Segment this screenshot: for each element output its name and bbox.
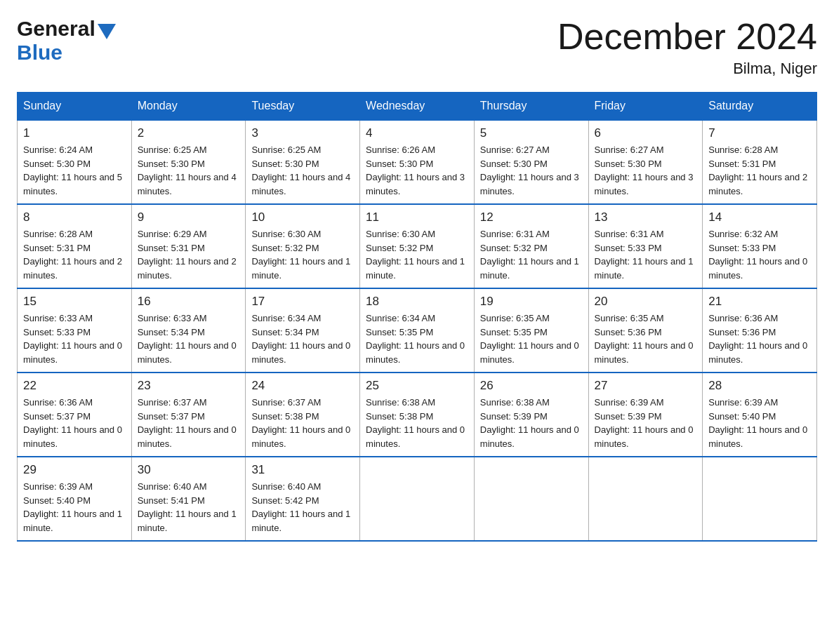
calendar-cell: 3Sunrise: 6:25 AMSunset: 5:30 PMDaylight… xyxy=(246,120,360,204)
day-info: Sunrise: 6:40 AMSunset: 5:41 PMDaylight:… xyxy=(138,480,240,535)
day-info: Sunrise: 6:25 AMSunset: 5:30 PMDaylight:… xyxy=(251,143,354,198)
day-number: 6 xyxy=(595,126,697,140)
day-info: Sunrise: 6:24 AMSunset: 5:30 PMDaylight:… xyxy=(23,143,126,198)
day-number: 23 xyxy=(138,379,240,393)
day-info: Sunrise: 6:39 AMSunset: 5:39 PMDaylight:… xyxy=(595,396,697,450)
header-saturday: Saturday xyxy=(703,93,817,121)
day-number: 17 xyxy=(251,295,354,309)
day-info: Sunrise: 6:30 AMSunset: 5:32 PMDaylight:… xyxy=(366,227,468,282)
header-sunday: Sunday xyxy=(18,93,132,121)
calendar-cell: 15Sunrise: 6:33 AMSunset: 5:33 PMDayligh… xyxy=(18,288,132,373)
week-row-2: 8Sunrise: 6:28 AMSunset: 5:31 PMDaylight… xyxy=(18,204,817,288)
day-number: 20 xyxy=(595,295,697,309)
calendar-cell: 28Sunrise: 6:39 AMSunset: 5:40 PMDayligh… xyxy=(703,373,817,457)
day-number: 3 xyxy=(251,126,354,140)
calendar-cell: 24Sunrise: 6:37 AMSunset: 5:38 PMDayligh… xyxy=(246,373,360,457)
day-info: Sunrise: 6:35 AMSunset: 5:35 PMDaylight:… xyxy=(480,311,583,366)
calendar-cell xyxy=(474,457,588,541)
week-row-1: 1Sunrise: 6:24 AMSunset: 5:30 PMDaylight… xyxy=(18,120,817,204)
calendar-cell: 21Sunrise: 6:36 AMSunset: 5:36 PMDayligh… xyxy=(703,288,817,373)
calendar-cell: 18Sunrise: 6:34 AMSunset: 5:35 PMDayligh… xyxy=(360,288,475,373)
month-year-title: December 2024 xyxy=(557,17,817,57)
day-info: Sunrise: 6:39 AMSunset: 5:40 PMDaylight:… xyxy=(708,396,811,450)
day-number: 11 xyxy=(366,210,468,224)
day-info: Sunrise: 6:27 AMSunset: 5:30 PMDaylight:… xyxy=(480,143,583,198)
day-number: 10 xyxy=(251,210,354,224)
week-row-4: 22Sunrise: 6:36 AMSunset: 5:37 PMDayligh… xyxy=(18,373,817,457)
day-info: Sunrise: 6:36 AMSunset: 5:37 PMDaylight:… xyxy=(23,396,126,450)
week-row-5: 29Sunrise: 6:39 AMSunset: 5:40 PMDayligh… xyxy=(18,457,817,541)
day-number: 16 xyxy=(138,295,240,309)
calendar-cell: 11Sunrise: 6:30 AMSunset: 5:32 PMDayligh… xyxy=(360,204,475,288)
calendar-cell xyxy=(360,457,475,541)
day-number: 24 xyxy=(251,379,354,393)
day-number: 12 xyxy=(480,210,583,224)
title-section: December 2024 Bilma, Niger xyxy=(557,17,817,78)
day-info: Sunrise: 6:36 AMSunset: 5:36 PMDaylight:… xyxy=(708,311,811,366)
calendar-cell: 30Sunrise: 6:40 AMSunset: 5:41 PMDayligh… xyxy=(131,457,246,541)
day-info: Sunrise: 6:32 AMSunset: 5:33 PMDaylight:… xyxy=(708,227,811,282)
day-number: 19 xyxy=(480,295,583,309)
calendar-cell: 5Sunrise: 6:27 AMSunset: 5:30 PMDaylight… xyxy=(474,120,588,204)
day-info: Sunrise: 6:37 AMSunset: 5:37 PMDaylight:… xyxy=(138,396,240,450)
day-info: Sunrise: 6:31 AMSunset: 5:32 PMDaylight:… xyxy=(480,227,583,282)
day-info: Sunrise: 6:27 AMSunset: 5:30 PMDaylight:… xyxy=(595,143,697,198)
day-number: 14 xyxy=(708,210,811,224)
logo-general: General xyxy=(17,17,95,41)
day-info: Sunrise: 6:30 AMSunset: 5:32 PMDaylight:… xyxy=(251,227,354,282)
day-info: Sunrise: 6:38 AMSunset: 5:39 PMDaylight:… xyxy=(480,396,583,450)
calendar-cell: 13Sunrise: 6:31 AMSunset: 5:33 PMDayligh… xyxy=(588,204,703,288)
day-number: 1 xyxy=(23,126,126,140)
day-number: 18 xyxy=(366,295,468,309)
day-info: Sunrise: 6:28 AMSunset: 5:31 PMDaylight:… xyxy=(708,143,811,198)
day-number: 5 xyxy=(480,126,583,140)
day-info: Sunrise: 6:39 AMSunset: 5:40 PMDaylight:… xyxy=(23,480,126,535)
day-number: 7 xyxy=(708,126,811,140)
day-info: Sunrise: 6:25 AMSunset: 5:30 PMDaylight:… xyxy=(138,143,240,198)
day-info: Sunrise: 6:31 AMSunset: 5:33 PMDaylight:… xyxy=(595,227,697,282)
day-info: Sunrise: 6:33 AMSunset: 5:33 PMDaylight:… xyxy=(23,311,126,366)
day-number: 28 xyxy=(708,379,811,393)
day-number: 29 xyxy=(23,463,126,477)
calendar-body: 1Sunrise: 6:24 AMSunset: 5:30 PMDaylight… xyxy=(18,120,817,541)
calendar-cell: 10Sunrise: 6:30 AMSunset: 5:32 PMDayligh… xyxy=(246,204,360,288)
day-info: Sunrise: 6:38 AMSunset: 5:38 PMDaylight:… xyxy=(366,396,468,450)
calendar-cell: 17Sunrise: 6:34 AMSunset: 5:34 PMDayligh… xyxy=(246,288,360,373)
header-tuesday: Tuesday xyxy=(246,93,360,121)
calendar-cell: 6Sunrise: 6:27 AMSunset: 5:30 PMDaylight… xyxy=(588,120,703,204)
day-number: 30 xyxy=(138,463,240,477)
calendar-cell: 16Sunrise: 6:33 AMSunset: 5:34 PMDayligh… xyxy=(131,288,246,373)
day-number: 22 xyxy=(23,379,126,393)
day-info: Sunrise: 6:34 AMSunset: 5:34 PMDaylight:… xyxy=(251,311,354,366)
header-thursday: Thursday xyxy=(474,93,588,121)
day-number: 27 xyxy=(595,379,697,393)
day-number: 4 xyxy=(366,126,468,140)
day-number: 2 xyxy=(138,126,240,140)
svg-marker-0 xyxy=(98,24,116,39)
calendar-cell: 12Sunrise: 6:31 AMSunset: 5:32 PMDayligh… xyxy=(474,204,588,288)
calendar-cell: 26Sunrise: 6:38 AMSunset: 5:39 PMDayligh… xyxy=(474,373,588,457)
calendar-cell: 27Sunrise: 6:39 AMSunset: 5:39 PMDayligh… xyxy=(588,373,703,457)
calendar-cell: 22Sunrise: 6:36 AMSunset: 5:37 PMDayligh… xyxy=(18,373,132,457)
calendar-cell: 8Sunrise: 6:28 AMSunset: 5:31 PMDaylight… xyxy=(18,204,132,288)
calendar-cell xyxy=(703,457,817,541)
day-info: Sunrise: 6:35 AMSunset: 5:36 PMDaylight:… xyxy=(595,311,697,366)
calendar-cell: 31Sunrise: 6:40 AMSunset: 5:42 PMDayligh… xyxy=(246,457,360,541)
calendar-header: SundayMondayTuesdayWednesdayThursdayFrid… xyxy=(18,93,817,121)
day-info: Sunrise: 6:37 AMSunset: 5:38 PMDaylight:… xyxy=(251,396,354,450)
page-header: General Blue December 2024 Bilma, Niger xyxy=(17,17,817,78)
calendar-cell: 1Sunrise: 6:24 AMSunset: 5:30 PMDaylight… xyxy=(18,120,132,204)
calendar-cell: 14Sunrise: 6:32 AMSunset: 5:33 PMDayligh… xyxy=(703,204,817,288)
header-friday: Friday xyxy=(588,93,703,121)
calendar-cell: 2Sunrise: 6:25 AMSunset: 5:30 PMDaylight… xyxy=(131,120,246,204)
day-number: 15 xyxy=(23,295,126,309)
day-number: 9 xyxy=(138,210,240,224)
day-info: Sunrise: 6:26 AMSunset: 5:30 PMDaylight:… xyxy=(366,143,468,198)
location-label: Bilma, Niger xyxy=(557,60,817,78)
calendar-cell: 4Sunrise: 6:26 AMSunset: 5:30 PMDaylight… xyxy=(360,120,475,204)
day-info: Sunrise: 6:40 AMSunset: 5:42 PMDaylight:… xyxy=(251,480,354,535)
calendar-cell: 19Sunrise: 6:35 AMSunset: 5:35 PMDayligh… xyxy=(474,288,588,373)
header-wednesday: Wednesday xyxy=(360,93,475,121)
header-monday: Monday xyxy=(131,93,246,121)
header-row: SundayMondayTuesdayWednesdayThursdayFrid… xyxy=(18,93,817,121)
